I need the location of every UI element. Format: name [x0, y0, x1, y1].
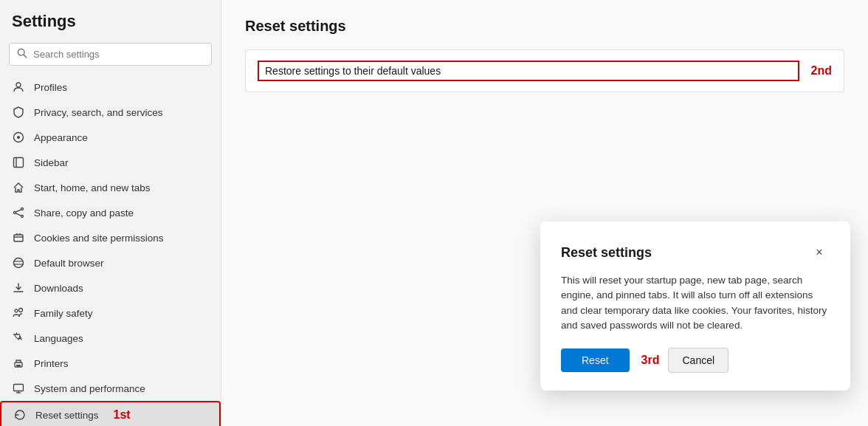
chevron-right-icon: ›	[828, 64, 832, 78]
svg-point-9	[14, 212, 16, 214]
step-3rd-badge: 3rd	[641, 354, 660, 367]
sidebar-item-system-label: System and performance	[34, 383, 145, 394]
svg-point-20	[15, 309, 18, 312]
modal-title: Reset settings	[561, 245, 652, 261]
svg-point-16	[14, 258, 24, 268]
languages-icon	[12, 331, 25, 345]
sidebar-item-printers[interactable]: Printers	[0, 351, 221, 376]
downloads-icon	[12, 281, 25, 295]
search-input[interactable]	[33, 49, 204, 60]
svg-line-1	[24, 55, 27, 58]
svg-point-21	[19, 309, 23, 312]
svg-rect-12	[14, 235, 23, 241]
svg-line-11	[16, 213, 21, 216]
sidebar-item-cookies[interactable]: Cookies and site permissions	[0, 225, 221, 250]
sidebar-item-printers-label: Printers	[34, 358, 69, 369]
profile-icon	[12, 80, 25, 94]
start-icon	[12, 181, 25, 194]
svg-point-2	[16, 83, 21, 87]
sidebar-item-languages[interactable]: Languages	[0, 326, 221, 351]
sidebar-item-reset[interactable]: Reset settings 1st	[0, 401, 221, 426]
modal-cancel-button[interactable]: Cancel	[668, 348, 728, 373]
modal-reset-button[interactable]: Reset	[561, 348, 630, 372]
modal-close-button[interactable]: ×	[809, 242, 830, 263]
sidebar-item-reset-label: Reset settings	[35, 410, 99, 421]
sidebar-item-cookies-label: Cookies and site permissions	[34, 233, 164, 244]
close-icon: ×	[816, 246, 822, 259]
privacy-icon	[12, 106, 25, 119]
step-1st-badge: 1st	[114, 408, 131, 422]
sidebar-item-default-browser[interactable]: Default browser	[0, 250, 221, 275]
sidebar-item-profiles[interactable]: Profiles	[0, 75, 221, 100]
sidebar-item-downloads-label: Downloads	[34, 283, 83, 294]
sidebar-item-start-home[interactable]: Start, home, and new tabs	[0, 175, 221, 200]
sidebar-item-appearance[interactable]: Appearance	[0, 125, 221, 150]
page-title: Reset settings	[245, 18, 844, 35]
svg-point-4	[17, 136, 20, 139]
sidebar-item-privacy[interactable]: Privacy, search, and services	[0, 100, 221, 125]
sidebar-item-share-copy[interactable]: Share, copy and paste	[0, 200, 221, 225]
cookies-icon	[12, 231, 25, 244]
sidebar-item-privacy-label: Privacy, search, and services	[34, 107, 163, 118]
system-icon	[12, 382, 25, 395]
sidebar-item-family-safety-label: Family safety	[34, 308, 93, 319]
sidebar-item-profiles-label: Profiles	[34, 82, 67, 93]
sidebar: Settings Profiles Privacy, search, and s…	[0, 0, 221, 426]
sidebar-icon	[12, 156, 25, 169]
modal-actions: Reset 3rd Cancel	[561, 348, 830, 373]
svg-rect-5	[14, 158, 24, 168]
sidebar-item-default-browser-label: Default browser	[34, 258, 104, 269]
sidebar-item-appearance-label: Appearance	[34, 132, 88, 143]
sidebar-title: Settings	[0, 12, 221, 43]
svg-line-10	[16, 210, 21, 212]
search-box[interactable]	[9, 43, 212, 66]
search-icon	[17, 48, 27, 61]
main-content: Reset settings Restore settings to their…	[221, 0, 868, 426]
sidebar-item-sidebar-label: Sidebar	[34, 157, 69, 168]
modal-header: Reset settings ×	[561, 242, 830, 263]
sidebar-item-family-safety[interactable]: Family safety	[0, 300, 221, 326]
appearance-icon	[12, 131, 25, 144]
sidebar-item-downloads[interactable]: Downloads	[0, 275, 221, 300]
reset-icon	[13, 408, 27, 422]
sidebar-item-sidebar[interactable]: Sidebar	[0, 150, 221, 175]
sidebar-item-start-home-label: Start, home, and new tabs	[34, 182, 151, 193]
sidebar-item-system[interactable]: System and performance	[0, 376, 221, 401]
browser-icon	[12, 256, 25, 269]
sidebar-item-languages-label: Languages	[34, 333, 83, 344]
svg-point-7	[21, 208, 24, 210]
family-icon	[12, 306, 25, 320]
restore-settings-row[interactable]: Restore settings to their default values…	[245, 49, 844, 92]
share-icon	[12, 206, 25, 219]
svg-rect-24	[14, 385, 24, 391]
svg-rect-23	[16, 365, 21, 366]
restore-settings-label: Restore settings to their default values	[258, 61, 799, 81]
printers-icon	[12, 357, 25, 370]
sidebar-item-share-copy-label: Share, copy and paste	[34, 207, 134, 219]
svg-point-8	[21, 216, 24, 218]
modal-body: This will reset your startup page, new t…	[561, 273, 830, 333]
reset-settings-modal: Reset settings × This will reset your st…	[540, 221, 850, 391]
